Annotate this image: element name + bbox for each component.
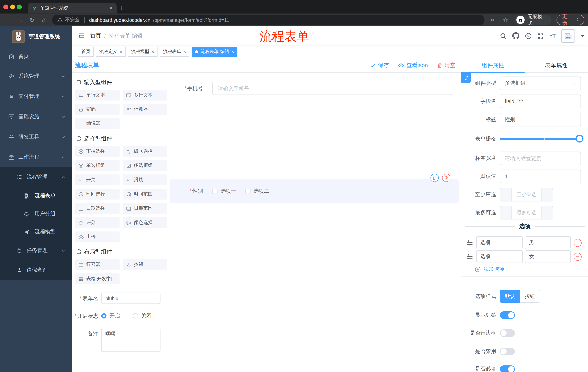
back-button[interactable]: ← bbox=[4, 17, 15, 23]
min-select-value[interactable]: 至少应选 bbox=[512, 188, 541, 201]
palette-item-date-picker[interactable]: 日期选择 bbox=[75, 203, 119, 214]
fullscreen-icon[interactable] bbox=[537, 32, 544, 39]
radio-off[interactable] bbox=[133, 313, 138, 319]
form-name-input[interactable] bbox=[101, 293, 161, 304]
palette-item-password[interactable]: 密码 bbox=[75, 104, 119, 115]
palette-item-switch[interactable]: 开关 bbox=[75, 174, 119, 185]
copy-component-button[interactable] bbox=[430, 174, 439, 182]
gender-option2-checkbox[interactable] bbox=[245, 189, 251, 194]
stepper-minus-button[interactable]: − bbox=[500, 188, 512, 201]
tab-close-icon[interactable]: ✕ bbox=[109, 5, 113, 11]
show-label-toggle[interactable] bbox=[500, 311, 515, 319]
label-width-input[interactable] bbox=[500, 152, 581, 165]
option-value-input[interactable] bbox=[525, 250, 571, 263]
new-tab-button[interactable]: + bbox=[119, 3, 123, 12]
traffic-light-minimize[interactable] bbox=[10, 5, 15, 10]
gender-option1-checkbox[interactable] bbox=[212, 189, 218, 194]
stepper-plus-button[interactable]: + bbox=[541, 188, 553, 201]
style-default-button[interactable]: 默认 bbox=[500, 290, 520, 303]
gender-option2-label[interactable]: 选项二 bbox=[253, 188, 269, 195]
remove-option-button[interactable]: − bbox=[574, 253, 582, 260]
selected-component-gender[interactable]: *性别 选项一 选项二 bbox=[170, 179, 459, 203]
search-icon[interactable] bbox=[500, 32, 507, 39]
tag-home[interactable]: 首页 bbox=[78, 47, 94, 57]
sidebar-item-payment[interactable]: ¥ 支付管理 bbox=[0, 86, 72, 106]
sidebar-item-process-management[interactable]: 流程管理 bbox=[0, 167, 72, 187]
form-grid-slider[interactable] bbox=[500, 138, 580, 140]
tag-process-definition[interactable]: 流程定义× bbox=[96, 47, 126, 57]
sidebar-item-home[interactable]: 首页 bbox=[0, 47, 72, 66]
palette-item-row-container[interactable]: 行容器 bbox=[75, 259, 119, 270]
help-icon[interactable]: ? bbox=[525, 32, 532, 39]
tab-component-props[interactable]: 组件属性 bbox=[461, 58, 525, 72]
font-size-icon[interactable]: TT bbox=[550, 32, 556, 39]
app-logo[interactable]: 芋道管理系统 bbox=[0, 26, 72, 47]
sidebar-item-user-group[interactable]: 用户分组 bbox=[0, 205, 72, 223]
palette-item-rate[interactable]: 评分 bbox=[75, 217, 119, 228]
bookmark-star-icon[interactable]: ☆ bbox=[503, 16, 508, 23]
browser-tab[interactable]: 芋道管理系统 ✕ bbox=[28, 2, 117, 13]
drag-handle-icon[interactable] bbox=[466, 239, 473, 246]
sidebar-item-process-form[interactable]: 流程表单 bbox=[0, 187, 72, 205]
palette-item-time-range[interactable]: 时间范围 bbox=[123, 189, 167, 200]
palette-item-multi-line-text[interactable]: 多行文本 bbox=[123, 90, 167, 101]
view-json-button[interactable]: 查看json bbox=[398, 62, 428, 69]
sidebar-item-process-model[interactable]: 流程模型 bbox=[0, 223, 72, 241]
sidebar-item-system[interactable]: 系统管理 bbox=[0, 66, 72, 86]
palette-item-button[interactable]: 按钮 bbox=[123, 259, 167, 270]
palette-item-color-picker[interactable]: 颜色选择 bbox=[123, 217, 167, 228]
gender-option1-label[interactable]: 选项一 bbox=[220, 188, 236, 195]
delete-component-button[interactable] bbox=[442, 174, 450, 182]
style-button-button[interactable]: 按钮 bbox=[520, 290, 540, 303]
tag-close-icon[interactable]: × bbox=[152, 49, 154, 54]
palette-item-counter[interactable]: 123 计数器 bbox=[123, 104, 167, 115]
github-icon[interactable] bbox=[512, 32, 519, 39]
palette-item-upload[interactable]: 上传 bbox=[75, 232, 119, 242]
palette-item-time-picker[interactable]: 时间选择 bbox=[75, 189, 119, 200]
remove-option-button[interactable]: − bbox=[574, 239, 582, 247]
url-bar[interactable]: 不安全 dashboard.yudao.iocoder.cn/bpm/manag… bbox=[52, 15, 484, 25]
stepper-minus-button[interactable]: − bbox=[500, 206, 512, 219]
max-select-value[interactable]: 最多可选 bbox=[512, 206, 541, 219]
palette-item-single-line-text[interactable]: 单行文本 bbox=[75, 90, 119, 101]
tag-process-model[interactable]: 流程模型× bbox=[128, 47, 158, 57]
radio-on-label[interactable]: 开启 bbox=[110, 312, 120, 319]
hamburger-icon[interactable] bbox=[72, 32, 90, 39]
forward-button[interactable]: → bbox=[15, 17, 26, 23]
sidebar-item-infrastructure[interactable]: 基础设施 bbox=[0, 106, 72, 127]
sidebar-item-dev-tools[interactable]: 研发工具 bbox=[0, 127, 72, 147]
sidebar-item-task-management[interactable]: 任务管理 bbox=[0, 241, 72, 260]
browser-menu-icon[interactable]: ⋮ bbox=[575, 17, 580, 23]
option-value-input[interactable] bbox=[525, 236, 571, 249]
palette-item-cascader[interactable]: 级联选择 bbox=[123, 146, 167, 157]
palette-item-select[interactable]: 下拉选择 bbox=[75, 146, 119, 157]
avatar[interactable] bbox=[561, 29, 575, 43]
tag-process-form-edit[interactable]: 流程表单-编辑× bbox=[192, 47, 237, 57]
palette-item-checkbox-group[interactable]: 多选框组 bbox=[123, 160, 167, 171]
sidebar-item-workflow[interactable]: 工作流程 bbox=[0, 147, 72, 167]
password-key-icon[interactable] bbox=[490, 17, 497, 23]
breadcrumb-home[interactable]: 首页 bbox=[90, 32, 101, 39]
phone-input[interactable] bbox=[212, 82, 452, 95]
form-remark-textarea[interactable]: 嘿嘿 bbox=[101, 328, 161, 352]
palette-item-editor[interactable]: 编辑器 bbox=[75, 118, 119, 129]
radio-on[interactable] bbox=[101, 313, 107, 319]
avatar-caret-icon[interactable] bbox=[580, 35, 584, 37]
drag-handle-icon[interactable] bbox=[466, 253, 473, 260]
tag-process-form[interactable]: 流程表单× bbox=[160, 47, 189, 57]
component-type-select[interactable]: 多选框组 bbox=[500, 76, 581, 90]
save-button[interactable]: 保存 bbox=[370, 62, 389, 69]
radio-off-label[interactable]: 关闭 bbox=[141, 312, 152, 319]
reload-button[interactable]: ↻ bbox=[27, 16, 37, 23]
form-canvas[interactable]: *手机号 *性别 选项一 选项二 bbox=[167, 73, 461, 372]
field-name-input[interactable] bbox=[500, 95, 581, 108]
traffic-light-zoom[interactable] bbox=[17, 5, 22, 10]
palette-item-table[interactable]: 表格[开发中] bbox=[75, 274, 119, 285]
tag-close-icon[interactable]: × bbox=[120, 49, 122, 54]
home-button[interactable]: ⌂ bbox=[38, 17, 49, 23]
border-toggle[interactable] bbox=[500, 329, 515, 337]
stepper-plus-button[interactable]: + bbox=[541, 206, 553, 219]
traffic-light-close[interactable] bbox=[3, 5, 8, 10]
title-input[interactable] bbox=[500, 113, 581, 126]
browser-update-button[interactable]: 更新 ⋮ bbox=[556, 15, 584, 25]
